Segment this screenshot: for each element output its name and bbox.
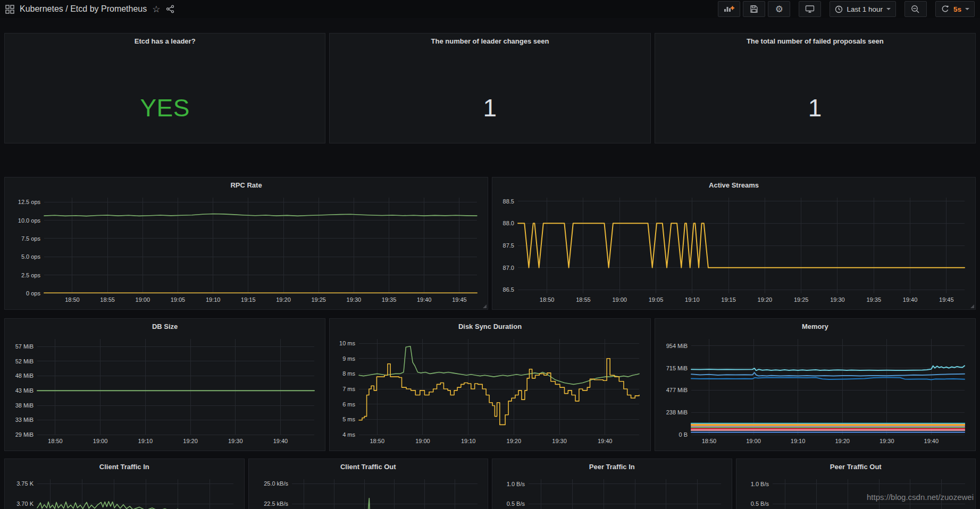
panel-client-traffic-out: Client Traffic Out 25.0 kB/s22.5 kB/s18:… <box>248 459 489 509</box>
svg-text:19:10: 19:10 <box>138 438 153 444</box>
refresh-picker[interactable]: 5s <box>935 1 975 17</box>
svg-text:19:30: 19:30 <box>552 438 567 444</box>
navbar-left: Kubernetes / Etcd by Prometheus ☆ <box>5 4 175 14</box>
svg-text:38 MiB: 38 MiB <box>15 402 33 409</box>
svg-text:0.5 B/s: 0.5 B/s <box>507 500 525 507</box>
panel-resize-handle[interactable] <box>483 304 487 308</box>
star-icon[interactable]: ☆ <box>152 5 160 14</box>
svg-text:19:05: 19:05 <box>171 296 186 303</box>
panel-client-traffic-in: Client Traffic In 3.75 K3.70 K18:5019:00… <box>4 459 245 509</box>
svg-text:7.5 ops: 7.5 ops <box>21 235 41 242</box>
panel-title-memory[interactable]: Memory <box>655 319 975 334</box>
svg-text:18:50: 18:50 <box>701 438 716 444</box>
panel-title-peer-traffic-out[interactable]: Peer Traffic Out <box>736 459 976 474</box>
svg-text:25.0 kB/s: 25.0 kB/s <box>264 480 288 487</box>
svg-text:18:50: 18:50 <box>65 296 80 303</box>
add-panel-button[interactable] <box>718 1 740 17</box>
chart-memory[interactable]: 0 B238 MiB477 MiB715 MiB954 MiB18:5019:0… <box>657 334 972 446</box>
panel-memory: Memory 0 B238 MiB477 MiB715 MiB954 MiB18… <box>655 318 976 451</box>
svg-text:10 ms: 10 ms <box>339 340 355 346</box>
chart-peer-traffic-in[interactable]: 1.0 B/s0.5 B/s18:5019:0019:1019:2019:301… <box>495 474 728 509</box>
svg-text:0 B: 0 B <box>679 431 688 438</box>
svg-text:19:40: 19:40 <box>903 296 918 303</box>
svg-text:5.0 ops: 5.0 ops <box>21 253 41 260</box>
svg-text:18:50: 18:50 <box>370 438 385 444</box>
svg-text:19:20: 19:20 <box>183 438 198 444</box>
svg-text:19:00: 19:00 <box>746 438 761 444</box>
stat-row: Etcd has a leader? YES The number of lea… <box>4 33 976 143</box>
panel-title-client-traffic-in[interactable]: Client Traffic In <box>5 459 244 474</box>
panel-title-disk-sync-duration[interactable]: Disk Sync Duration <box>330 319 650 334</box>
svg-text:19:45: 19:45 <box>452 296 467 303</box>
svg-text:4 ms: 4 ms <box>342 431 355 438</box>
graph-row-3: Client Traffic In 3.75 K3.70 K18:5019:00… <box>4 459 976 509</box>
svg-text:0.5 B/s: 0.5 B/s <box>750 500 769 507</box>
chart-active-streams[interactable]: 86.587.087.588.088.518:5018:5519:0019:05… <box>495 192 972 305</box>
svg-text:19:10: 19:10 <box>206 296 221 303</box>
svg-text:19:20: 19:20 <box>276 296 291 303</box>
svg-text:88.5: 88.5 <box>503 198 514 205</box>
stat-value-failed-proposals: 1 <box>655 94 975 122</box>
save-dashboard-button[interactable] <box>743 1 765 17</box>
svg-text:19:30: 19:30 <box>830 296 845 303</box>
gear-icon: ⚙ <box>775 5 783 14</box>
svg-text:48 MiB: 48 MiB <box>15 372 33 379</box>
panel-disk-sync-duration: Disk Sync Duration 4 ms5 ms6 ms7 ms8 ms9… <box>329 318 650 451</box>
dashboard-title[interactable]: Kubernetes / Etcd by Prometheus <box>20 4 147 14</box>
svg-text:19:00: 19:00 <box>612 296 627 303</box>
grafana-dashboard: Kubernetes / Etcd by Prometheus ☆ <box>0 0 980 509</box>
navbar-right: ⚙ Last 1 hour <box>718 1 975 17</box>
add-panel-icon <box>723 5 735 13</box>
svg-text:19:40: 19:40 <box>924 438 939 444</box>
save-icon <box>750 5 758 13</box>
stat-value-etcd-has-leader: YES <box>5 94 325 122</box>
panel-title-etcd-has-leader[interactable]: Etcd has a leader? <box>5 33 325 48</box>
csdn-watermark: https://blog.csdn.net/zuozewei <box>867 493 974 502</box>
panel-title-db-size[interactable]: DB Size <box>5 319 325 334</box>
panel-title-peer-traffic-in[interactable]: Peer Traffic In <box>492 459 732 474</box>
zoom-out-time-button[interactable] <box>904 1 927 17</box>
svg-text:5 ms: 5 ms <box>342 416 355 422</box>
svg-text:715 MiB: 715 MiB <box>666 365 687 371</box>
svg-text:19:35: 19:35 <box>382 296 397 303</box>
chart-db-size[interactable]: 29 MiB33 MiB38 MiB43 MiB48 MiB52 MiB57 M… <box>7 334 322 446</box>
svg-text:19:20: 19:20 <box>835 438 850 444</box>
panel-title-active-streams[interactable]: Active Streams <box>492 177 975 192</box>
chart-client-traffic-out[interactable]: 25.0 kB/s22.5 kB/s18:5019:0019:1019:2019… <box>251 474 485 509</box>
panel-peer-traffic-in: Peer Traffic In 1.0 B/s0.5 B/s18:5019:00… <box>492 459 732 509</box>
apps-grid-icon[interactable] <box>5 5 14 14</box>
svg-text:19:20: 19:20 <box>758 296 773 303</box>
panel-title-client-traffic-out[interactable]: Client Traffic Out <box>249 459 488 474</box>
panel-title-failed-proposals[interactable]: The total number of failed proposals see… <box>655 33 975 48</box>
chart-rpc-rate[interactable]: 0 ops2.5 ops5.0 ops7.5 ops10.0 ops12.5 o… <box>7 192 484 305</box>
svg-text:3.70 K: 3.70 K <box>16 500 33 507</box>
svg-text:88.0: 88.0 <box>503 220 514 226</box>
panel-resize-handle[interactable] <box>970 304 974 308</box>
time-range-picker[interactable]: Last 1 hour <box>830 1 896 17</box>
svg-text:87.0: 87.0 <box>503 265 514 271</box>
svg-text:1.0 B/s: 1.0 B/s <box>750 481 769 487</box>
chart-disk-sync-duration[interactable]: 4 ms5 ms6 ms7 ms8 ms9 ms10 ms18:5019:001… <box>332 334 647 446</box>
svg-text:19:15: 19:15 <box>721 296 736 303</box>
chart-peer-traffic-out[interactable]: 1.0 B/s0.5 B/s18:5019:0019:1019:2019:301… <box>739 474 973 509</box>
panel-title-rpc-rate[interactable]: RPC Rate <box>5 177 488 192</box>
panel-etcd-has-leader: Etcd has a leader? YES <box>4 33 325 143</box>
tv-icon <box>805 5 815 13</box>
svg-text:954 MiB: 954 MiB <box>666 343 687 349</box>
cycle-view-mode-button[interactable] <box>799 1 821 17</box>
svg-text:52 MiB: 52 MiB <box>15 358 33 364</box>
svg-text:19:00: 19:00 <box>136 296 150 303</box>
svg-text:18:50: 18:50 <box>48 438 63 444</box>
svg-text:18:55: 18:55 <box>100 296 115 303</box>
dashboard-settings-button[interactable]: ⚙ <box>768 1 790 17</box>
svg-text:19:10: 19:10 <box>685 296 700 303</box>
share-icon[interactable] <box>166 5 175 13</box>
chevron-down-icon <box>965 8 969 10</box>
svg-text:29 MiB: 29 MiB <box>15 431 33 438</box>
svg-text:10.0 ops: 10.0 ops <box>18 217 41 224</box>
svg-text:87.5: 87.5 <box>503 242 514 249</box>
chart-client-traffic-in[interactable]: 3.75 K3.70 K18:5019:0019:1019:2019:3019:… <box>7 474 241 509</box>
svg-text:19:25: 19:25 <box>311 296 326 303</box>
panel-title-leader-changes[interactable]: The number of leader changes seen <box>330 33 650 48</box>
svg-text:2.5 ops: 2.5 ops <box>21 272 41 278</box>
